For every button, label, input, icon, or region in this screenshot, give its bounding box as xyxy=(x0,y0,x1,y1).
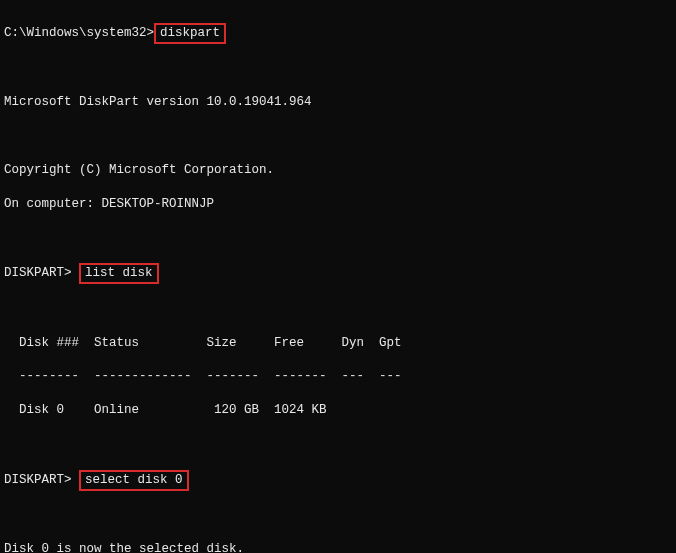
cmd-list-disk: list disk xyxy=(79,263,159,284)
blank-line xyxy=(4,229,672,246)
diskpart-prompt: DISKPART> xyxy=(4,473,72,487)
selected-disk-msg: Disk 0 is now the selected disk. xyxy=(4,541,672,553)
diskpart-prompt: DISKPART> xyxy=(4,266,72,280)
disk-table-divider: -------- ------------- ------- ------- -… xyxy=(4,368,672,385)
disk-table-header: Disk ### Status Size Free Dyn Gpt xyxy=(4,335,672,352)
path-prefix: C:\Windows\system32> xyxy=(4,26,154,40)
blank-line xyxy=(4,61,672,78)
disk-table-row: Disk 0 Online 120 GB 1024 KB xyxy=(4,402,672,419)
blank-line xyxy=(4,301,672,318)
terminal-window[interactable]: C:\Windows\system32>diskpart Microsoft D… xyxy=(0,0,676,553)
copyright-line: Copyright (C) Microsoft Corporation. xyxy=(4,162,672,179)
blank-line xyxy=(4,128,672,145)
blank-line xyxy=(4,436,672,453)
blank-line xyxy=(4,507,672,524)
version-line: Microsoft DiskPart version 10.0.19041.96… xyxy=(4,94,672,111)
computer-line: On computer: DESKTOP-ROINNJP xyxy=(4,196,672,213)
cmd-select-disk: select disk 0 xyxy=(79,470,189,491)
cmd-diskpart: diskpart xyxy=(154,23,226,44)
